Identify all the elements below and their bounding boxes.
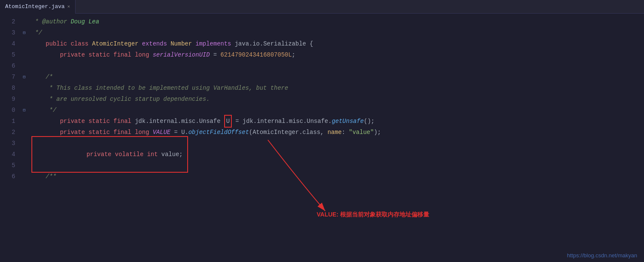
plain-4: java.io.Serializable { [235, 38, 313, 49]
kw-private-14: private [87, 151, 115, 158]
kw-volatile: volatile [115, 151, 147, 158]
gutter-10[interactable]: ⊟ [23, 105, 25, 116]
code-line-14: private volatile int value; [31, 149, 644, 160]
indent-11 [31, 116, 60, 127]
plain-11b: = jdk.internal.misc.Unsafe. [232, 116, 332, 127]
kw-public-4: public [46, 38, 71, 49]
param-name: name [327, 127, 342, 138]
comment-10: */ [49, 105, 56, 116]
type-number: Number [171, 38, 196, 49]
eq-5: = [210, 49, 220, 60]
comment-3: */ [31, 27, 42, 38]
type-atomic: AtomicInteger [92, 38, 142, 49]
kw-int: int [147, 151, 161, 158]
code-area: 2 3 4 5 6 7 8 9 0 1 2 3 4 5 6 ⊟ [0, 14, 644, 262]
plain-12b: (AtomicInteger.class, [249, 127, 328, 138]
code-line-6 [31, 60, 644, 71]
fold-icon-10[interactable]: ⊟ [23, 108, 25, 113]
kw-final-5: final [113, 49, 135, 60]
code-line-2: * @author Doug Lea [31, 16, 644, 27]
plain-11a: jdk.internal.misc.Unsafe [135, 116, 224, 127]
code-line-3: */ [31, 27, 644, 38]
indent-14 [72, 151, 87, 158]
line-numbers: 2 3 4 5 6 7 8 9 0 1 2 3 4 5 6 [0, 15, 20, 262]
kw-class-4: class [70, 38, 92, 49]
tab-filename: AtomicInteger.java [5, 3, 65, 10]
fold-icon-3[interactable]: ⊟ [23, 30, 25, 35]
indent-10 [31, 105, 49, 116]
editor-container: AtomicInteger.java × 2 3 4 5 6 7 8 9 0 1… [0, 0, 644, 262]
comment-8: * This class intended to be implemented … [31, 83, 288, 94]
gutter-7[interactable]: ⊟ [23, 71, 25, 83]
plain-value-14: value; [161, 151, 183, 158]
gutter-3[interactable]: ⊟ [23, 27, 25, 38]
code-line-10: */ [31, 105, 644, 116]
code-line-9: * are unresolved cyclic startup dependen… [31, 94, 644, 105]
kw-long-5: long [135, 49, 153, 60]
plain-11c: (); [364, 116, 374, 127]
comment-16: /** [46, 171, 56, 182]
comment-9: * are unresolved cyclic startup dependen… [31, 94, 210, 105]
field-svuid: serialVersionUID [153, 49, 210, 60]
code-line-8: * This class intended to be implemented … [31, 83, 644, 94]
num-svuid: 6214790243416807050L [220, 49, 292, 60]
tab-close-button[interactable]: × [67, 4, 70, 9]
kw-static-5: static [88, 49, 113, 60]
highlight-volatile-line: private volatile int value; [31, 136, 188, 173]
highlight-U: U [224, 115, 232, 128]
kw-private-11: private [60, 116, 88, 127]
author-name: Doug Lea [67, 16, 99, 27]
plain-12d: ); [374, 127, 381, 138]
code-line-4: public class AtomicInteger extends Numbe… [31, 38, 644, 49]
kw-final-11: final [113, 116, 135, 127]
method-getUnsafe: getUnsafe [332, 116, 364, 127]
kw-static-11: static [88, 116, 113, 127]
comment-7: /* [46, 71, 53, 83]
method-offset: objectFieldOffset [188, 127, 249, 138]
kw-extends: extends [142, 38, 170, 49]
file-tab[interactable]: AtomicInteger.java × [0, 0, 76, 14]
code-line-5: private static final long serialVersionU… [31, 49, 644, 60]
indent-4 [31, 38, 46, 49]
string-value: "value" [349, 127, 374, 138]
gutter: ⊟ ⊟ ⊟ [20, 15, 28, 262]
tab-bar: AtomicInteger.java × [0, 0, 644, 14]
kw-private-5: private [60, 49, 88, 60]
code-line-11: private static final jdk.internal.misc.U… [31, 116, 644, 127]
arrow-annotation-label: VALUE: 根据当前对象获取内存地址偏移量 [317, 209, 429, 220]
comment-2a: * [31, 16, 42, 27]
watermark: https://blog.csdn.net/makyan [567, 252, 637, 259]
kw-implements: implements [196, 38, 235, 49]
code-lines: * @author Doug Lea */ public class Atomi… [28, 15, 644, 262]
semi-5: ; [292, 49, 295, 60]
comment-2b: @author [42, 16, 67, 27]
fold-icon-7[interactable]: ⊟ [23, 74, 25, 80]
indent-7 [31, 71, 46, 83]
indent-16 [31, 171, 46, 182]
indent-5 [31, 49, 60, 60]
plain-12c: : [342, 127, 349, 138]
code-line-7: /* [31, 71, 644, 83]
